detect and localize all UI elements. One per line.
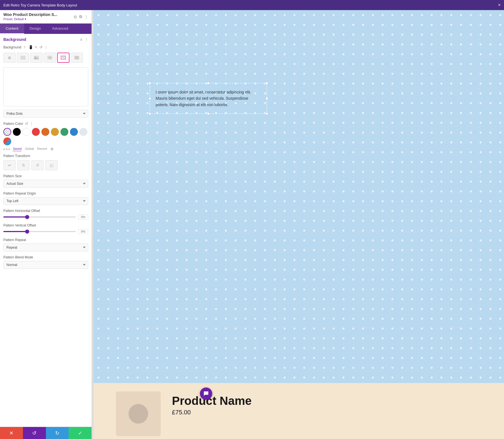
svg-rect-0 bbox=[20, 56, 25, 60]
bg-type-image[interactable] bbox=[30, 53, 43, 63]
pattern-size-label: Pattern Size bbox=[3, 174, 88, 178]
swatch-blue[interactable] bbox=[70, 128, 78, 136]
bg-type-none[interactable]: ⊘ bbox=[3, 53, 16, 63]
svg-rect-12 bbox=[74, 56, 79, 60]
dot-1 bbox=[3, 148, 5, 150]
left-panel: Woo Product Description S... Preset: Def… bbox=[0, 10, 92, 439]
pattern-repeat-origin-select[interactable]: Top Left Top Center Top Right Center Bot… bbox=[3, 197, 88, 205]
widget-title: Woo Product Description S... bbox=[3, 12, 57, 17]
product-avatar bbox=[129, 404, 148, 424]
anchor-tr bbox=[265, 82, 268, 85]
swatch-light-gray[interactable] bbox=[80, 128, 87, 136]
pattern-blend-mode-label: Pattern Blend Mode bbox=[3, 255, 88, 259]
color-tab-global[interactable]: Global bbox=[25, 147, 34, 151]
title-bar-text: Edit Retro Toy Camera Template Body Layo… bbox=[3, 3, 498, 7]
reset-button[interactable]: ↺ bbox=[23, 427, 46, 439]
cursor-icon[interactable]: ↖ bbox=[35, 45, 38, 49]
pattern-type-select[interactable]: Polka Dots Stripes Checkerboard Zigzag G… bbox=[3, 110, 88, 118]
pattern-horizontal-offset-label: Pattern Horizontal Offset bbox=[3, 209, 88, 213]
mobile-icon[interactable]: 📱 bbox=[29, 45, 33, 49]
color-tabs: Saved Global Recent ⚙ bbox=[12, 147, 54, 151]
redo-button[interactable]: ↻ bbox=[46, 427, 69, 439]
dot-3 bbox=[8, 148, 10, 150]
pattern-transform-label: Pattern Transform bbox=[3, 154, 88, 158]
bg-type-buttons: ⊘ bbox=[3, 53, 88, 63]
color-tab-saved[interactable]: Saved bbox=[13, 147, 22, 151]
vertical-offset-track[interactable] bbox=[3, 231, 76, 232]
save-button[interactable]: ✓ bbox=[69, 427, 92, 439]
svg-point-10 bbox=[63, 58, 64, 59]
pattern-blend-mode-select[interactable]: Normal Multiply Screen Overlay Darken Li… bbox=[3, 261, 88, 269]
color-more-icon[interactable]: ⋮ bbox=[30, 122, 33, 126]
collapse-icon[interactable]: ∧ bbox=[80, 37, 83, 42]
color-tab-recent[interactable]: Recent bbox=[37, 147, 47, 151]
swatch-yellow[interactable] bbox=[51, 128, 59, 136]
svg-point-6 bbox=[62, 57, 62, 57]
more-options-icon[interactable]: ⋮ bbox=[84, 15, 88, 19]
horizontal-offset-thumb[interactable] bbox=[25, 215, 29, 219]
cancel-button[interactable]: ✕ bbox=[0, 427, 23, 439]
flip-horizontal-btn[interactable]: ⇌ bbox=[3, 160, 16, 170]
swatch-red[interactable] bbox=[32, 128, 40, 136]
pattern-repeat-select[interactable]: Repeat Repeat X Repeat Y No Repeat Space… bbox=[3, 244, 88, 251]
panel-info: Woo Product Description S... Preset: Def… bbox=[3, 12, 57, 21]
vertical-offset-value[interactable]: 0% bbox=[78, 229, 88, 234]
background-field-icons: 📱 ↖ ↺ ⋮ bbox=[29, 45, 48, 49]
reset-transform-btn[interactable]: ◱ bbox=[45, 160, 58, 170]
section-header: Background ∧ ⋮ bbox=[3, 37, 88, 42]
horizontal-offset-fill bbox=[3, 216, 27, 218]
reset-icon[interactable]: ↺ bbox=[39, 45, 43, 49]
section-title: Background bbox=[3, 37, 26, 42]
anchor-bl bbox=[148, 112, 151, 115]
swatch-green[interactable] bbox=[60, 128, 68, 136]
lorem-ipsum-text: Lorem ipsum dolor sit amet, consectetur … bbox=[156, 89, 261, 108]
bg-type-video[interactable] bbox=[44, 53, 56, 63]
horizontal-offset-value[interactable]: 0% bbox=[78, 214, 88, 220]
title-bar: Edit Retro Toy Camera Template Body Layo… bbox=[0, 0, 504, 10]
tab-advanced[interactable]: Advanced bbox=[46, 24, 74, 34]
background-section: Background ∧ ⋮ Background ? 📱 ↖ ↺ ⋮ bbox=[0, 34, 92, 427]
swatch-custom[interactable] bbox=[3, 137, 11, 145]
color-reset-icon[interactable]: ↺ bbox=[25, 122, 28, 126]
swatch-transparent[interactable] bbox=[3, 128, 11, 136]
product-section: Product Name £75.00 bbox=[94, 383, 504, 439]
anchor-tc bbox=[207, 82, 210, 85]
tab-design[interactable]: Design bbox=[24, 24, 46, 34]
options-icon[interactable]: ⋮ bbox=[44, 45, 48, 49]
bottom-toolbar: ✕ ↺ ↻ ✓ bbox=[0, 427, 92, 439]
pattern-size-select[interactable]: Actual Size Stretch Fit Cover bbox=[3, 180, 88, 188]
tab-content[interactable]: Content bbox=[0, 24, 24, 34]
svg-point-8 bbox=[64, 57, 65, 57]
product-image-placeholder bbox=[116, 391, 161, 436]
background-field-row: Background ? 📱 ↖ ↺ ⋮ bbox=[3, 45, 88, 49]
anchor-bc bbox=[207, 112, 210, 115]
main-layout: Woo Product Description S... Preset: Def… bbox=[0, 10, 504, 439]
color-settings-icon[interactable]: ⚙ bbox=[50, 147, 54, 151]
bg-type-pattern[interactable] bbox=[57, 53, 69, 63]
panel-tabs: Content Design Advanced bbox=[0, 24, 92, 34]
close-icon[interactable]: × bbox=[498, 3, 501, 8]
preset-selector[interactable]: Preset: Default ▾ bbox=[3, 17, 57, 21]
flip-vertical-btn[interactable]: ⇅ bbox=[17, 160, 30, 170]
bg-type-mask[interactable] bbox=[71, 53, 83, 63]
anchor-ml bbox=[148, 97, 151, 100]
chat-bubble-button[interactable] bbox=[200, 387, 212, 400]
pattern-vertical-offset-label: Pattern Vertical Offset bbox=[3, 223, 88, 227]
section-more-icon[interactable]: ⋮ bbox=[84, 37, 88, 42]
color-tabs-row: Saved Global Recent ⚙ bbox=[3, 147, 88, 151]
product-name: Product Name bbox=[172, 394, 252, 408]
swatch-white[interactable] bbox=[22, 128, 30, 136]
horizontal-offset-track[interactable] bbox=[3, 216, 76, 218]
rotate-btn[interactable]: ↺ bbox=[31, 160, 44, 170]
canvas-area: Lorem ipsum dolor sit amet, consectetur … bbox=[94, 10, 504, 439]
responsive-icon[interactable]: ⊙ bbox=[74, 15, 77, 19]
layout-icon[interactable]: ⧉ bbox=[79, 14, 82, 19]
vertical-offset-thumb[interactable] bbox=[25, 230, 29, 233]
swatch-orange[interactable] bbox=[41, 128, 49, 136]
svg-point-7 bbox=[63, 57, 64, 57]
help-icon[interactable]: ? bbox=[24, 46, 25, 49]
panel-header: Woo Product Description S... Preset: Def… bbox=[0, 10, 92, 24]
swatch-black[interactable] bbox=[13, 128, 21, 136]
bg-type-color[interactable] bbox=[17, 53, 29, 63]
content-text-box[interactable]: Lorem ipsum dolor sit amet, consectetur … bbox=[150, 83, 267, 114]
